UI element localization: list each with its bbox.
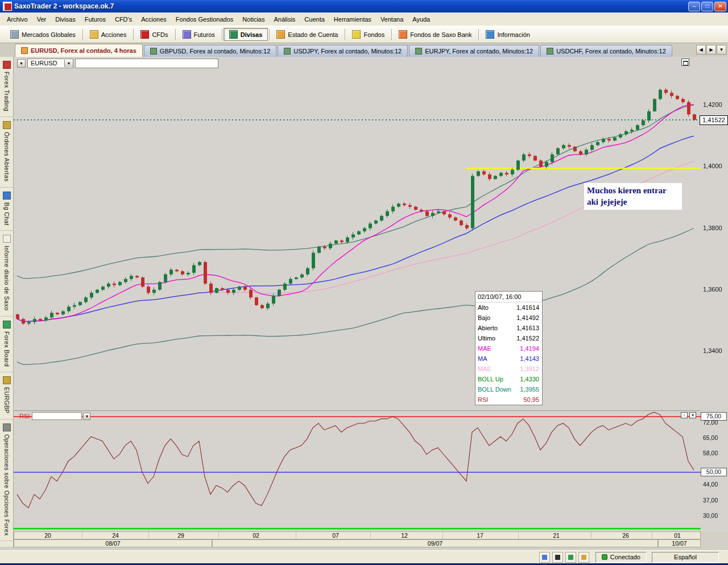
toolbar-informacion[interactable]: Información [480,28,535,41]
toolbar-futuros[interactable]: Futuros [177,28,221,41]
menu-analisis[interactable]: Análisis [269,14,300,24]
toolbar-cfds[interactable]: CFDs [135,28,173,41]
grid-icon[interactable] [552,552,563,563]
chart-search-input[interactable] [75,59,218,68]
rsi-panel-controls: ▫ ✕ [681,412,696,418]
sidebar-item-forex-board[interactable]: Forex Board [0,317,13,372]
lock-icon[interactable] [578,552,589,563]
time-tick-divider [591,532,592,539]
tab-label: GBPUSD, Forex al contado, Minutos:12 [160,48,270,55]
symbol-select[interactable]: EURUSD ▼ [27,59,73,68]
connection-icon-glyph [568,555,573,560]
toolbar-label: Mercados Globales [22,31,76,38]
tab-label: USDCHF, Forex al contado, Minutos:12 [556,48,666,55]
toolbar-estado-de-cuenta[interactable]: Estado de Cuenta [271,28,344,41]
tab-usdchf[interactable]: USDCHF, Forex al contado, Minutos:12 [540,45,672,57]
rsi-panel[interactable]: RSI ▼ ▫ ✕ [14,410,701,532]
menu-cuenta[interactable]: Cuenta [300,14,329,24]
minimize-button[interactable]: – [688,2,700,11]
toolbar-separator [82,29,83,40]
tab-gbpusd[interactable]: GBPUSD, Forex al contado, Minutos:12 [144,45,276,57]
tooltip-value: 1,41492 [516,313,539,323]
sidebar-item-ordenes-abiertas[interactable]: Órdenes Abiertas [0,117,13,188]
toolbar-fondos-de-saxo-bank[interactable]: Fondos de Saxo Bank [393,28,477,41]
time-tick-label: 02 [253,532,259,539]
menu-acciones[interactable]: Acciones [136,14,171,24]
tab-eurjpy[interactable]: EURJPY, Forex al contado, Minutos:12 [409,45,539,57]
time-tick-divider [218,532,219,539]
tooltip-label: MAE [478,343,491,354]
close-button[interactable]: ✕ [714,2,726,11]
menu-herramientas[interactable]: Herramientas [329,14,376,24]
menu-ver[interactable]: Ver [32,14,51,24]
annotation-line-2: aki jejejeje [587,196,679,207]
language-selector[interactable]: Español [652,552,719,563]
sidebar-item-eurgbp[interactable]: EURGBP [0,372,13,419]
rsi-restore-icon[interactable]: ▫ [681,412,688,418]
menu-fondos-gestionados[interactable]: Fondos Gestionados [171,14,238,24]
sidebar-item-operaciones-sobre-opciones-forex[interactable]: Operaciones sobre Opciones Forex [0,419,13,542]
main-toolbar: Mercados GlobalesAccionesCFDsFuturosDivi… [0,26,728,43]
cfd-icon [140,30,149,39]
rsi-settings-select[interactable] [32,412,82,420]
last-price-marker: 1,41522 [700,115,728,125]
annotation-line-1: Muchos kieren entrar [587,185,679,196]
tooltip-label: Bajo [478,313,490,323]
toolbar-fondos[interactable]: Fondos [346,28,390,41]
time-tick-divider [442,532,443,539]
monitors-icon[interactable] [539,552,550,563]
menu-futuros[interactable]: Futuros [80,14,110,24]
rsi-dropdown-icon[interactable]: ▼ [83,413,90,420]
tooltip-value: 1,41522 [516,333,539,343]
stocks-icon [90,30,98,39]
menu-ayuda[interactable]: Ayuda [408,14,435,24]
rsi-canvas[interactable] [14,411,701,532]
toolbar-separator [269,29,270,40]
chart-restore-button[interactable] [681,59,689,66]
price-axis-label: 1,3600 [703,286,722,293]
menu-divisas[interactable]: Divisas [51,14,80,24]
tooltip-label: BOLL Up [478,374,503,384]
sidebar-label: Órdenes Abiertas [3,132,10,182]
toolbar-mercados-globales[interactable]: Mercados Globales [5,28,81,41]
tab-usdjpy[interactable]: USDJPY, Forex al contado, Minutos:12 [278,45,408,57]
sidebar-label: Bg Chat [3,202,10,226]
menu-ventana[interactable]: Ventana [376,14,408,24]
chart-controls-bar: ▼ EURUSD ▼ [14,57,728,69]
rsi-close-icon[interactable]: ✕ [689,412,696,418]
menu-noticias[interactable]: Noticias [238,14,269,24]
toolbar-separator [222,29,222,40]
price-axis-label: 1,3800 [703,225,722,231]
price-chart[interactable] [14,69,701,410]
forex-icon [229,30,238,39]
tab-list-dropdown-icon[interactable]: ▼ [717,45,726,55]
chart-menu-button[interactable]: ▼ [17,59,26,68]
tab-scroll-right-icon[interactable]: ▶ [706,45,716,55]
sidebar-item-forex-trading[interactable]: Forex Trading [0,57,13,117]
toolbar-acciones[interactable]: Acciones [84,28,133,41]
tooltip-value: 50,95 [523,394,539,405]
tab-label: EURJPY, Forex al contado, Minutos:12 [425,48,533,55]
daily-report-icon [3,235,11,243]
chart-tab-bar: EURUSD, Forex al contado, 4 horasGBPUSD,… [0,43,728,57]
forex-board-icon [3,321,11,329]
menu-cfd-s[interactable]: CFD's [110,14,136,24]
tooltip-value: 1,3912 [520,364,539,374]
sidebar-item-bg-chat[interactable]: Bg Chat [0,188,13,231]
tooltip-value: 1,41614 [516,302,539,313]
sidebar-item-informe-diario-de-saxo[interactable]: Informe diario de Saxo [0,231,13,316]
candlestick-canvas[interactable] [14,69,701,410]
tab-scroll-left-icon[interactable]: ◀ [696,45,706,55]
tooltip-value: 1,4330 [520,374,539,384]
tab-eurusd[interactable]: EURUSD, Forex al contado, 4 horas [15,44,143,57]
connection-icon[interactable] [565,552,576,563]
toolbar-separator [478,29,479,40]
eurgbp-icon [3,376,11,384]
futures-icon [183,30,191,39]
forex-trading-icon [3,61,11,69]
menu-archivo[interactable]: Archivo [2,14,32,24]
account-status-icon [276,30,285,39]
maximize-button[interactable]: □ [701,2,713,11]
restore-icon [683,61,688,65]
toolbar-divisas[interactable]: Divisas [224,28,268,41]
